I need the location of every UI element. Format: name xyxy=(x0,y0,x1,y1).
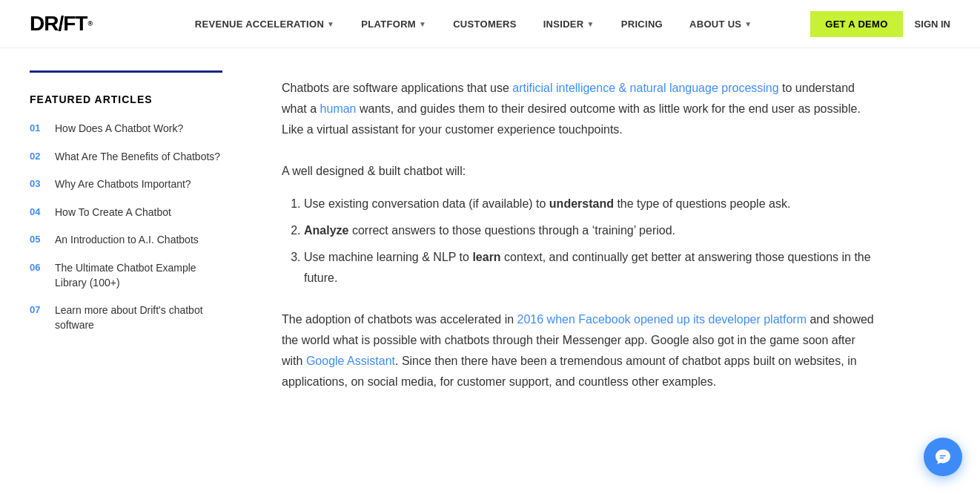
nav-item-insider[interactable]: INSIDER ▼ xyxy=(530,0,608,48)
logo[interactable]: DR/FT® xyxy=(30,12,92,36)
article-number-4: 04 xyxy=(30,205,46,217)
featured-articles-list: 01 How Does A Chatbot Work? 02 What Are … xyxy=(30,122,222,332)
page-content: FEATURED ARTICLES 01 How Does A Chatbot … xyxy=(0,48,980,392)
list-item: 07 Learn more about Drift's chatbot soft… xyxy=(30,303,222,332)
logo-slash: / xyxy=(58,12,63,36)
logo-text-ft: FT xyxy=(63,12,87,36)
article-link-7[interactable]: Learn more about Drift's chatbot softwar… xyxy=(55,303,222,332)
article-number-2: 02 xyxy=(30,150,46,162)
list-item-2: Analyze correct answers to those questio… xyxy=(304,220,875,241)
chevron-down-icon: ▼ xyxy=(327,20,334,28)
human-link[interactable]: human xyxy=(320,102,357,115)
article-number-6: 06 xyxy=(30,261,46,273)
article-link-3[interactable]: Why Are Chatbots Important? xyxy=(55,177,191,192)
nav-item-about-us[interactable]: ABOUT US ▼ xyxy=(676,0,766,48)
list-item: 03 Why Are Chatbots Important? xyxy=(30,177,222,192)
conversation-data-link[interactable]: existing conversation data (if available… xyxy=(328,197,533,210)
google-assistant-link[interactable]: Google Assistant xyxy=(306,355,395,367)
will-text: A well designed & built chatbot will: xyxy=(282,161,875,182)
facebook-link[interactable]: 2016 when Facebook opened up its develop… xyxy=(517,313,807,326)
nav-item-revenue-acceleration[interactable]: REVENUE ACCELERATION ▼ xyxy=(182,0,348,48)
article-link-4[interactable]: How To Create A Chatbot xyxy=(55,205,171,220)
list-item-1: Use existing conversation data (if avail… xyxy=(304,194,875,214)
list-item: 05 An Introduction to A.I. Chatbots xyxy=(30,233,222,248)
nav-item-customers[interactable]: CUSTOMERS xyxy=(440,0,530,48)
chevron-down-icon: ▼ xyxy=(587,20,595,28)
list-item: 01 How Does A Chatbot Work? xyxy=(30,122,222,136)
get-demo-button[interactable]: GET A DEMO xyxy=(810,11,902,37)
nav-item-pricing[interactable]: PRICING xyxy=(608,0,676,48)
main-content: Chatbots are software applications that … xyxy=(267,48,875,392)
nav-right: GET A DEMO SIGN IN xyxy=(810,11,950,37)
list-item: 04 How To Create A Chatbot xyxy=(30,205,222,220)
chatbot-will-list: Use existing conversation data (if avail… xyxy=(304,194,875,289)
list-item: 06 The Ultimate Chatbot Example Library … xyxy=(30,261,222,290)
article-number-1: 01 xyxy=(30,122,46,134)
body-paragraph: The adoption of chatbots was accelerated… xyxy=(282,309,875,392)
article-link-6[interactable]: The Ultimate Chatbot Example Library (10… xyxy=(55,261,222,290)
article-number-3: 03 xyxy=(30,177,46,189)
sign-in-button[interactable]: SIGN IN xyxy=(915,19,950,30)
sidebar-divider xyxy=(30,70,222,73)
sidebar-title: FEATURED ARTICLES xyxy=(30,93,222,105)
article-link-5[interactable]: An Introduction to A.I. Chatbots xyxy=(55,233,199,248)
intro-paragraph: Chatbots are software applications that … xyxy=(282,78,875,140)
chevron-down-icon: ▼ xyxy=(419,20,426,28)
article-link-2[interactable]: What Are The Benefits of Chatbots? xyxy=(55,150,220,165)
list-item-3: Use machine learning & NLP to learn cont… xyxy=(304,247,875,289)
logo-text: DR xyxy=(30,12,58,36)
article-link-1[interactable]: How Does A Chatbot Work? xyxy=(55,122,183,136)
nav-links: REVENUE ACCELERATION ▼ PLATFORM ▼ CUSTOM… xyxy=(136,0,810,48)
nav-item-platform[interactable]: PLATFORM ▼ xyxy=(348,0,440,48)
sidebar: FEATURED ARTICLES 01 How Does A Chatbot … xyxy=(30,48,267,392)
chevron-down-icon: ▼ xyxy=(744,20,752,28)
article-number-5: 05 xyxy=(30,233,46,245)
navbar: DR/FT® REVENUE ACCELERATION ▼ PLATFORM ▼… xyxy=(0,0,980,48)
ml-nlp-link[interactable]: machine learning & NLP xyxy=(328,251,456,263)
article-number-7: 07 xyxy=(30,303,46,315)
list-item: 02 What Are The Benefits of Chatbots? xyxy=(30,150,222,165)
ai-link[interactable]: artificial intelligence & natural langua… xyxy=(512,82,778,94)
